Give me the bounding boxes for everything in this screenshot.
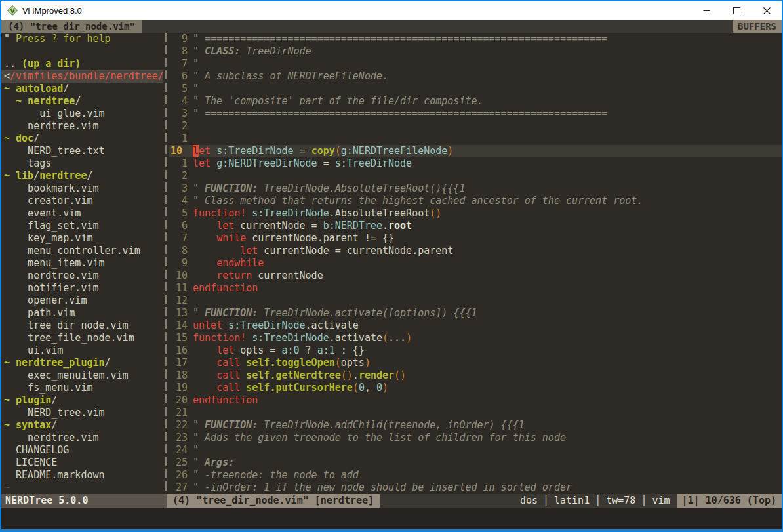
code-line[interactable]: 16 let opts = a:0 ? a:1 : {}	[169, 344, 782, 357]
tree-root-row[interactable]: </vimfiles/bundle/nerdtree/	[1, 70, 163, 83]
code-line[interactable]: 12	[169, 295, 782, 307]
tree-row[interactable]: bookmark.vim	[1, 182, 163, 195]
code-line[interactable]: 17 call self.toggleOpen(opts)	[169, 357, 782, 369]
line-number: 2	[169, 120, 188, 133]
tree-row[interactable]: " Press ? for help	[1, 33, 163, 45]
code-line[interactable]: 18 call self.getNerdtree().render()	[169, 369, 782, 382]
tree-row[interactable]: NERD_tree.txt	[1, 145, 163, 157]
code-line[interactable]: 3" FUNCTION: TreeDirNode.AbsoluteTreeRoo…	[169, 182, 782, 195]
code-line[interactable]: 3" =====================================…	[169, 108, 782, 120]
code-line[interactable]: 4" The 'composite' part of the file/dir …	[169, 95, 782, 108]
tree-row[interactable]: CHANGELOG	[1, 444, 163, 457]
tree-row[interactable]: LICENCE	[1, 457, 163, 469]
code-line[interactable]: 9 endwhile	[169, 257, 782, 270]
code-line[interactable]: 21	[169, 407, 782, 419]
code-line[interactable]: 8 let currentNode = currentNode.parent	[169, 245, 782, 257]
tree-row[interactable]: menu_controller.vim	[1, 245, 163, 257]
window-separator[interactable]	[163, 33, 169, 494]
code-line[interactable]: 1	[169, 133, 782, 145]
code-line[interactable]: 24"	[169, 444, 782, 457]
tree-row[interactable]: ~ lib/nerdtree/	[1, 170, 163, 182]
code-line[interactable]: 9" =====================================…	[169, 33, 782, 45]
code-line[interactable]: 2	[169, 120, 782, 133]
close-button[interactable]	[752, 1, 782, 20]
tree-row[interactable]: ~ doc/	[1, 133, 163, 145]
maximize-button[interactable]	[721, 1, 752, 20]
code-line[interactable]: 4" Class method that returns the highest…	[169, 195, 782, 207]
token: opts	[341, 357, 365, 369]
code-line[interactable]: 8" CLASS: TreeDirNode	[169, 45, 782, 58]
token	[211, 157, 216, 169]
code-line[interactable]: 23" Adds the given treenode to the list …	[169, 432, 782, 444]
tree-row[interactable]: ui_glue.vim	[1, 108, 163, 120]
tree-row[interactable]: nerdtree.vim	[1, 432, 163, 444]
tree-row[interactable]: ~ plugin/	[1, 394, 163, 407]
tree-row[interactable]: creator.vim	[1, 195, 163, 207]
tab-active[interactable]: (4) "tree_dir_node.vim"	[1, 20, 142, 33]
token: FUNCTION:	[205, 419, 258, 431]
tree-row[interactable]: tags	[1, 157, 163, 170]
code-line[interactable]: 6 let currentNode = b:NERDTree.root	[169, 220, 782, 232]
tree-row[interactable]: NERD_tree.vim	[1, 407, 163, 419]
code-text: "	[188, 58, 199, 70]
code-line[interactable]: 6" A subclass of NERDTreeFileNode.	[169, 70, 782, 83]
tree-row[interactable]: ~ syntax/	[1, 419, 163, 432]
tree-row[interactable]: README.markdown	[1, 469, 163, 481]
code-line[interactable]: 7"	[169, 58, 782, 70]
tree-row[interactable]: tree_dir_node.vim	[1, 319, 163, 332]
token: " -treenode: the node to add	[193, 469, 359, 481]
code-line[interactable]: 25" Args:	[169, 457, 782, 469]
code-line[interactable]: 19 call self.putCursorHere(0, 0)	[169, 382, 782, 394]
code-line[interactable]: 22" FUNCTION: TreeDirNode.addChild(treen…	[169, 419, 782, 432]
code-line[interactable]: 14unlet s:TreeDirNode.activate	[169, 319, 782, 332]
code-line[interactable]: 20endfunction	[169, 394, 782, 407]
tree-row[interactable]: nerdtree.vim	[1, 270, 163, 282]
tree-row[interactable]: nerdtree.vim	[1, 120, 163, 133]
token: nerdtree.vim	[4, 120, 99, 132]
code-line[interactable]: 11endfunction	[169, 282, 782, 295]
tree-row[interactable]: notifier.vim	[1, 282, 163, 295]
code-line[interactable]: 5function! s:TreeDirNode.AbsoluteTreeRoo…	[169, 207, 782, 220]
code-line[interactable]: 7 while currentNode.parent != {}	[169, 232, 782, 245]
token: et	[199, 145, 211, 157]
tree-row[interactable]: event.vim	[1, 207, 163, 220]
code-line[interactable]: 10let s:TreeDirNode = copy(g:NERDTreeFil…	[169, 145, 782, 157]
code-line[interactable]: 27" -inOrder: 1 if the new node should b…	[169, 481, 782, 494]
code-line[interactable]: 10 return currentNode	[169, 270, 782, 282]
token: FUNCTION:	[205, 307, 258, 319]
tree-row[interactable]: menu_item.vim	[1, 257, 163, 270]
code-line[interactable]: 15function! s:TreeDirNode.activate(...)	[169, 332, 782, 344]
tree-row[interactable]	[1, 45, 163, 58]
token: endfunction	[193, 282, 258, 294]
tree-row[interactable]: ~ nerdtree_plugin/	[1, 357, 163, 369]
tree-row[interactable]: ~ nerdtree/	[1, 95, 163, 108]
tree-row[interactable]: path.vim	[1, 307, 163, 319]
code-line[interactable]: 26" -treenode: the node to add	[169, 469, 782, 481]
code-line[interactable]: 2	[169, 170, 782, 182]
code-line[interactable]: 5"	[169, 83, 782, 95]
tree-row[interactable]: key_map.vim	[1, 232, 163, 245]
command-line[interactable]	[1, 508, 782, 529]
tree-row[interactable]: ~	[1, 481, 163, 494]
token: nerdtree	[39, 170, 87, 182]
code-text: " FUNCTION: TreeDirNode.activate([option…	[188, 307, 477, 319]
token: ~ nerdtree	[16, 95, 75, 107]
token: function!	[193, 332, 246, 344]
editor-panel[interactable]: 9" =====================================…	[169, 33, 782, 494]
code-text: " Adds the given treenode to the list of…	[188, 432, 566, 444]
minimize-button[interactable]	[691, 1, 721, 20]
tree-row[interactable]: flag_set.vim	[1, 220, 163, 232]
code-line[interactable]: 1let g:NERDTreeDirNode = s:TreeDirNode	[169, 157, 782, 170]
line-number: 9	[169, 33, 188, 45]
tree-row[interactable]: opener.vim	[1, 295, 163, 307]
tree-row[interactable]: ui.vim	[1, 344, 163, 357]
tree-row[interactable]: exec_menuitem.vim	[1, 369, 163, 382]
line-number: 21	[169, 407, 188, 419]
tree-row[interactable]: ~ autoload/	[1, 83, 163, 95]
tree-row[interactable]: .. (up a dir)	[1, 58, 163, 70]
tree-row[interactable]: tree_file_node.vim	[1, 332, 163, 344]
code-line[interactable]: 13" FUNCTION: TreeDirNode.activate([opti…	[169, 307, 782, 319]
tree-row[interactable]: fs_menu.vim	[1, 382, 163, 394]
token: ~ lib	[4, 170, 33, 182]
token: " Adds the given treenode to the list of…	[193, 432, 566, 443]
